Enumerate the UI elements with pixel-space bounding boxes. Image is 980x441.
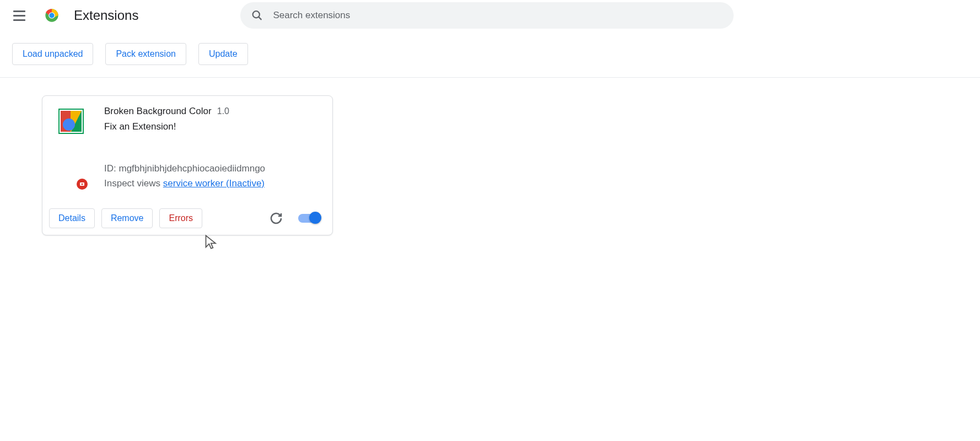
extension-version: 1.0 <box>217 106 229 116</box>
svg-line-4 <box>259 17 262 20</box>
extension-info: Broken Background Color 1.0 Fix an Exten… <box>104 106 319 191</box>
chrome-logo-icon <box>44 8 60 23</box>
card-footer: Details Remove Errors <box>42 202 332 235</box>
inspect-views-label: Inspect views <box>104 178 160 189</box>
extension-card: Broken Background Color 1.0 Fix an Exten… <box>42 95 333 235</box>
cursor-icon <box>204 234 219 250</box>
developer-toolbar: Load unpacked Pack extension Update <box>0 31 980 78</box>
svg-point-3 <box>253 11 260 18</box>
search-icon <box>251 9 263 21</box>
search-box[interactable] <box>240 2 734 29</box>
update-button[interactable]: Update <box>198 43 248 65</box>
unpacked-badge-icon <box>76 178 89 191</box>
extension-name: Broken Background Color <box>104 106 212 117</box>
extension-id-value: mgfbhjnibhjdehcphiocaoiediidmngo <box>119 163 265 174</box>
load-unpacked-button[interactable]: Load unpacked <box>12 43 93 65</box>
extensions-grid: Broken Background Color 1.0 Fix an Exten… <box>0 78 980 235</box>
enable-toggle[interactable] <box>298 214 320 223</box>
menu-icon[interactable] <box>13 9 26 22</box>
page-title: Extensions <box>74 8 138 23</box>
extension-title-row: Broken Background Color 1.0 <box>104 106 319 117</box>
search-input[interactable] <box>273 10 723 21</box>
reload-icon[interactable] <box>270 212 283 225</box>
toggle-knob <box>309 212 321 224</box>
extension-icon <box>58 108 84 135</box>
svg-point-9 <box>63 119 75 131</box>
pack-extension-button[interactable]: Pack extension <box>105 43 186 65</box>
extension-id-label: ID: <box>104 163 116 174</box>
extension-icon-wrapper <box>56 106 91 191</box>
service-worker-link[interactable]: service worker (Inactive) <box>163 178 265 189</box>
svg-point-11 <box>82 184 83 185</box>
app-header: Extensions <box>0 0 980 31</box>
details-button[interactable]: Details <box>49 208 95 228</box>
extension-metadata: ID: mgfbhjnibhjdehcphiocaoiediidmngo Ins… <box>104 161 319 191</box>
extension-description: Fix an Extension! <box>104 121 319 132</box>
card-body: Broken Background Color 1.0 Fix an Exten… <box>42 96 332 191</box>
errors-button[interactable]: Errors <box>159 208 202 228</box>
remove-button[interactable]: Remove <box>101 208 153 228</box>
